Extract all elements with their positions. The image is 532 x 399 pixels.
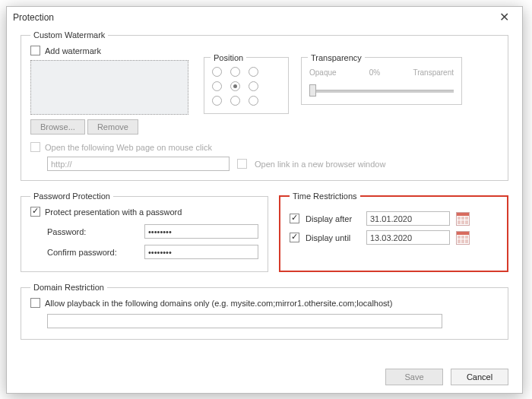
- open-web-label: Open the following Web page on mouse cli…: [45, 143, 212, 152]
- domain-restriction-legend: Domain Restriction: [30, 283, 107, 292]
- display-after-label: Display after: [306, 214, 360, 223]
- position-radio-tl[interactable]: [212, 67, 222, 77]
- time-restrictions-legend: Time Restrictions: [290, 192, 360, 201]
- browse-button[interactable]: Browse...: [30, 119, 85, 135]
- dialog-footer: Save Cancel: [385, 369, 508, 385]
- close-icon[interactable]: ✕: [492, 10, 516, 24]
- time-restrictions-group: Time Restrictions Display after Display …: [279, 192, 508, 272]
- transparency-slider[interactable]: [309, 84, 454, 97]
- transparency-legend: Transparency: [308, 53, 365, 62]
- display-after-calendar-icon[interactable]: [456, 212, 470, 226]
- window-title: Protection: [13, 12, 54, 23]
- open-new-window-label: Open link in a new browser window: [255, 160, 385, 169]
- display-until-calendar-icon[interactable]: [456, 231, 470, 245]
- display-after-checkbox[interactable]: [290, 214, 299, 223]
- position-radio-bc[interactable]: [230, 96, 240, 106]
- domain-list-input[interactable]: [47, 314, 442, 328]
- position-radio-mr[interactable]: [249, 81, 258, 91]
- remove-button[interactable]: Remove: [87, 119, 138, 135]
- password-label: Password:: [47, 227, 138, 236]
- save-button[interactable]: Save: [385, 369, 443, 385]
- display-until-input[interactable]: [366, 230, 450, 245]
- allow-playback-label: Allow playback in the following domains …: [45, 299, 392, 308]
- allow-playback-checkbox[interactable]: [30, 298, 40, 308]
- transparency-slider-thumb[interactable]: [309, 84, 316, 97]
- password-protection-group: Password Protection Protect presentation…: [21, 192, 268, 272]
- watermark-preview: [30, 60, 188, 115]
- position-radio-tc[interactable]: [230, 67, 240, 77]
- protect-password-label: Protect presentation with a password: [45, 207, 182, 217]
- position-radio-tr[interactable]: [249, 67, 258, 77]
- password-input[interactable]: [144, 224, 258, 239]
- transparency-right-label: Transparent: [413, 68, 454, 77]
- custom-watermark-legend: Custom Watermark: [30, 30, 108, 40]
- display-until-checkbox[interactable]: [290, 233, 299, 242]
- add-watermark-label: Add watermark: [45, 46, 101, 55]
- display-after-input[interactable]: [366, 211, 450, 226]
- protection-dialog: Protection ✕ Custom Watermark Add waterm…: [6, 6, 523, 394]
- transparency-mid-label: 0%: [369, 68, 380, 77]
- position-radio-bl[interactable]: [212, 96, 222, 106]
- confirm-password-input[interactable]: [144, 245, 258, 259]
- password-protection-legend: Password Protection: [30, 192, 113, 201]
- confirm-password-label: Confirm password:: [47, 248, 138, 257]
- cancel-button[interactable]: Cancel: [451, 369, 508, 385]
- open-new-window-checkbox[interactable]: [237, 159, 247, 169]
- display-until-label: Display until: [306, 233, 360, 242]
- transparency-left-label: Opaque: [309, 68, 337, 77]
- transparency-group: Transparency Opaque 0% Transparent: [301, 57, 462, 105]
- web-url-input[interactable]: [47, 157, 230, 171]
- add-watermark-checkbox[interactable]: [30, 46, 40, 55]
- custom-watermark-group: Custom Watermark Add watermark Browse...…: [21, 30, 508, 181]
- titlebar: Protection ✕: [7, 7, 522, 27]
- protect-password-checkbox[interactable]: [30, 207, 40, 217]
- position-radio-mc[interactable]: [230, 81, 240, 91]
- position-group: Position: [204, 57, 289, 114]
- open-web-checkbox[interactable]: [30, 142, 40, 152]
- position-radio-ml[interactable]: [212, 81, 222, 91]
- position-radio-br[interactable]: [249, 96, 258, 106]
- position-legend: Position: [211, 53, 246, 62]
- domain-restriction-group: Domain Restriction Allow playback in the…: [21, 283, 508, 340]
